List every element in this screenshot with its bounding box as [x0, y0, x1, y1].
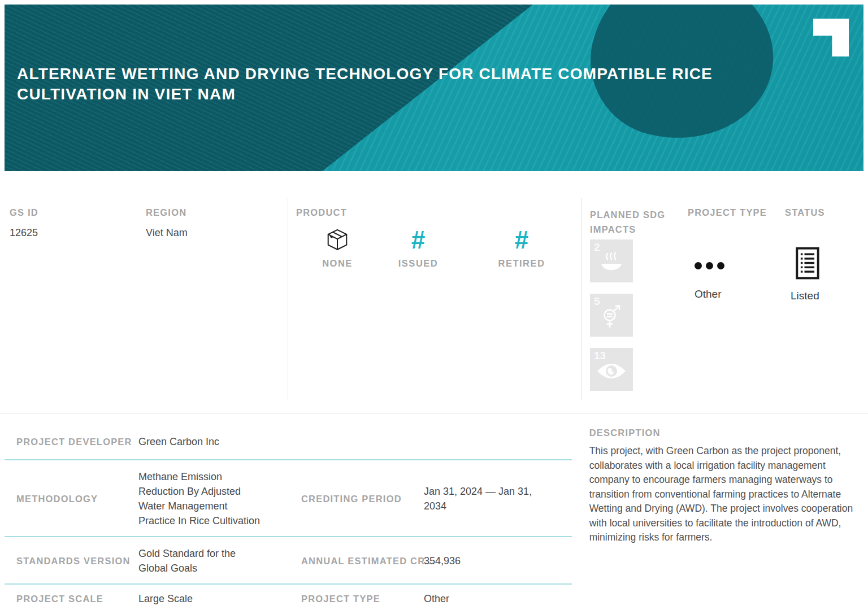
- project-type-row-value: Other: [424, 591, 572, 606]
- product-label: PRODUCT: [296, 207, 581, 218]
- standards-version-value: Gold Standard for the Global Goals: [138, 546, 289, 576]
- hero-banner: ALTERNATE WETTING AND DRYING TECHNOLOGY …: [5, 5, 863, 171]
- project-scale-label: PROJECT SCALE: [5, 594, 138, 604]
- details-table: PROJECT DEVELOPER Green Carbon Inc METHO…: [5, 414, 572, 610]
- sdg-13-climate-action-icon: 13: [590, 348, 633, 391]
- annual-estimated-credits-value: 354,936: [424, 554, 572, 568]
- table-row: METHODOLOGY Methane Emission Reduction B…: [5, 460, 572, 537]
- product-section: PRODUCT NONE # ISSUED: [288, 198, 581, 413]
- project-title: ALTERNATE WETTING AND DRYING TECHNOLOGY …: [17, 64, 769, 104]
- product-retired-label: RETIRED: [496, 258, 547, 269]
- sdg-impacts-column: PLANNED SDG IMPACTS 2 5: [590, 207, 688, 413]
- sdg-icon-list: 2 5: [590, 239, 688, 391]
- crediting-period-value: Jan 31, 2024 — Jan 31, 2034: [424, 484, 572, 513]
- document-list-icon: [795, 246, 863, 282]
- gs-id-value: 12625: [10, 227, 146, 239]
- description-text: This project, with Green Carbon as the p…: [589, 444, 863, 545]
- sdg-5-gender-equality-icon: 5: [590, 294, 633, 337]
- annual-estimated-credits-label: ANNUAL ESTIMATED CR...: [289, 556, 424, 567]
- sdg-impacts-label: PLANNED SDG IMPACTS: [590, 207, 675, 239]
- product-issued-label: ISSUED: [393, 258, 444, 269]
- description-panel: DESCRIPTION This project, with Green Car…: [589, 414, 863, 610]
- methodology-value: Methane Emission Reduction By Adjusted W…: [138, 469, 289, 528]
- product-issued: # ISSUED: [393, 226, 444, 269]
- project-type-label: PROJECT TYPE: [688, 207, 785, 239]
- project-scale-value: Large Scale: [138, 591, 289, 606]
- product-none-label: NONE: [312, 258, 363, 269]
- status-value: Listed: [791, 290, 863, 302]
- details-area: PROJECT DEVELOPER Green Carbon Inc METHO…: [5, 414, 863, 610]
- standards-version-label: STANDARDS VERSION: [5, 556, 138, 567]
- region-value: Viet Nam: [146, 227, 188, 239]
- region-label: REGION: [146, 207, 188, 218]
- hash-icon: #: [411, 228, 425, 252]
- table-row: PROJECT SCALE Large Scale PROJECT TYPE O…: [5, 585, 572, 610]
- sdg-2-zero-hunger-icon: 2: [590, 239, 633, 282]
- project-summary-strip: GS ID 12625 REGION Viet Nam PRODUCT: [5, 171, 863, 413]
- status-column: STATUS Listed: [785, 207, 863, 413]
- region-field: REGION Viet Nam: [146, 207, 188, 413]
- description-label: DESCRIPTION: [589, 428, 863, 438]
- project-type-row-label: PROJECT TYPE: [289, 594, 424, 604]
- package-icon: [312, 226, 363, 254]
- table-row: STANDARDS VERSION Gold Standard for the …: [5, 537, 572, 585]
- project-type-value: Other: [695, 288, 785, 300]
- methodology-label: METHODOLOGY: [5, 494, 138, 504]
- hash-icon: #: [515, 228, 528, 252]
- gs-id-label: GS ID: [10, 207, 146, 218]
- project-developer-value: Green Carbon Inc: [138, 434, 289, 449]
- table-row: PROJECT DEVELOPER Green Carbon Inc: [5, 414, 572, 460]
- ellipsis-icon: [695, 262, 785, 269]
- id-region-section: GS ID 12625 REGION Viet Nam: [5, 198, 288, 413]
- product-items: NONE # ISSUED # RETIRED: [296, 226, 581, 269]
- status-label: STATUS: [785, 207, 863, 239]
- gs-id-field: GS ID 12625: [10, 207, 146, 413]
- project-type-column: PROJECT TYPE Other: [688, 207, 785, 413]
- product-none: NONE: [312, 226, 363, 269]
- product-retired: # RETIRED: [496, 226, 547, 269]
- crediting-period-label: CREDITING PERIOD: [289, 494, 424, 504]
- project-developer-label: PROJECT DEVELOPER: [5, 437, 138, 447]
- sdg-type-status-section: PLANNED SDG IMPACTS 2 5: [582, 198, 863, 413]
